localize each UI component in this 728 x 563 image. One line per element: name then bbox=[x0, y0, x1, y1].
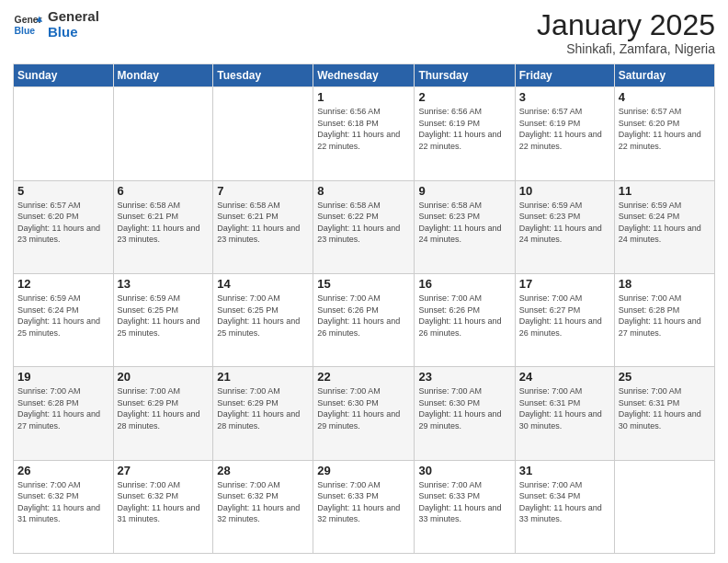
calendar-day-cell: 20Sunrise: 7:00 AM Sunset: 6:29 PM Dayli… bbox=[113, 367, 213, 460]
day-number: 19 bbox=[17, 370, 109, 384]
calendar-header-cell: Thursday bbox=[415, 64, 515, 87]
day-info: Sunrise: 7:00 AM Sunset: 6:26 PM Dayligh… bbox=[317, 293, 410, 339]
day-number: 6 bbox=[118, 184, 210, 198]
calendar-day-cell: 23Sunrise: 7:00 AM Sunset: 6:30 PM Dayli… bbox=[415, 367, 515, 460]
day-number: 3 bbox=[519, 90, 610, 104]
day-number: 22 bbox=[317, 370, 410, 384]
day-number: 1 bbox=[317, 90, 410, 104]
calendar-day-cell: 29Sunrise: 7:00 AM Sunset: 6:33 PM Dayli… bbox=[313, 460, 415, 553]
calendar-header-cell: Tuesday bbox=[213, 64, 313, 87]
day-info: Sunrise: 7:00 AM Sunset: 6:30 PM Dayligh… bbox=[418, 385, 510, 431]
calendar-day-cell: 12Sunrise: 6:59 AM Sunset: 6:24 PM Dayli… bbox=[14, 273, 114, 366]
calendar-day-cell: 13Sunrise: 6:59 AM Sunset: 6:25 PM Dayli… bbox=[113, 273, 213, 366]
calendar-header-cell: Friday bbox=[515, 64, 614, 87]
day-info: Sunrise: 6:58 AM Sunset: 6:21 PM Dayligh… bbox=[217, 200, 309, 246]
calendar-day-cell: 19Sunrise: 7:00 AM Sunset: 6:28 PM Dayli… bbox=[14, 367, 114, 460]
day-number: 18 bbox=[619, 277, 711, 291]
day-number: 12 bbox=[17, 277, 109, 291]
calendar-day-cell: 28Sunrise: 7:00 AM Sunset: 6:32 PM Dayli… bbox=[213, 460, 313, 553]
day-info: Sunrise: 6:58 AM Sunset: 6:21 PM Dayligh… bbox=[118, 200, 210, 246]
day-number: 14 bbox=[217, 277, 309, 291]
day-info: Sunrise: 7:00 AM Sunset: 6:25 PM Dayligh… bbox=[217, 293, 309, 339]
header: General Blue General Blue January 2025 S… bbox=[13, 9, 715, 56]
day-info: Sunrise: 7:00 AM Sunset: 6:28 PM Dayligh… bbox=[17, 385, 109, 431]
calendar-day-cell: 16Sunrise: 7:00 AM Sunset: 6:26 PM Dayli… bbox=[415, 273, 515, 366]
day-number: 27 bbox=[118, 464, 210, 477]
calendar-day-cell: 14Sunrise: 7:00 AM Sunset: 6:25 PM Dayli… bbox=[213, 273, 313, 366]
day-info: Sunrise: 6:57 AM Sunset: 6:20 PM Dayligh… bbox=[17, 200, 109, 246]
day-info: Sunrise: 7:00 AM Sunset: 6:30 PM Dayligh… bbox=[317, 385, 410, 431]
calendar-day-cell: 27Sunrise: 7:00 AM Sunset: 6:32 PM Dayli… bbox=[113, 460, 213, 553]
calendar-day-cell: 3Sunrise: 6:57 AM Sunset: 6:19 PM Daylig… bbox=[515, 87, 614, 180]
day-number: 16 bbox=[418, 277, 510, 291]
calendar-body: 1Sunrise: 6:56 AM Sunset: 6:18 PM Daylig… bbox=[14, 87, 715, 554]
day-number: 7 bbox=[217, 184, 309, 198]
calendar-header-cell: Wednesday bbox=[313, 64, 415, 87]
day-number: 11 bbox=[619, 184, 711, 198]
day-number: 24 bbox=[519, 370, 610, 384]
day-info: Sunrise: 6:57 AM Sunset: 6:20 PM Dayligh… bbox=[619, 106, 711, 152]
day-info: Sunrise: 7:00 AM Sunset: 6:29 PM Dayligh… bbox=[217, 385, 309, 431]
calendar-header-cell: Sunday bbox=[14, 64, 114, 87]
day-number: 25 bbox=[619, 370, 711, 384]
day-info: Sunrise: 6:59 AM Sunset: 6:23 PM Dayligh… bbox=[519, 200, 610, 246]
day-number: 23 bbox=[418, 370, 510, 384]
day-number: 10 bbox=[519, 184, 610, 198]
calendar-header-cell: Saturday bbox=[614, 64, 714, 87]
day-info: Sunrise: 6:58 AM Sunset: 6:22 PM Dayligh… bbox=[317, 200, 410, 246]
calendar-day-cell bbox=[113, 87, 213, 180]
calendar-day-cell: 25Sunrise: 7:00 AM Sunset: 6:31 PM Dayli… bbox=[614, 367, 714, 460]
day-info: Sunrise: 7:00 AM Sunset: 6:29 PM Dayligh… bbox=[118, 385, 210, 431]
calendar-day-cell: 7Sunrise: 6:58 AM Sunset: 6:21 PM Daylig… bbox=[213, 180, 313, 273]
day-info: Sunrise: 7:00 AM Sunset: 6:31 PM Dayligh… bbox=[619, 385, 711, 431]
day-info: Sunrise: 7:00 AM Sunset: 6:32 PM Dayligh… bbox=[217, 479, 309, 525]
calendar-day-cell: 4Sunrise: 6:57 AM Sunset: 6:20 PM Daylig… bbox=[614, 87, 714, 180]
day-info: Sunrise: 7:00 AM Sunset: 6:34 PM Dayligh… bbox=[519, 479, 610, 525]
day-info: Sunrise: 6:58 AM Sunset: 6:23 PM Dayligh… bbox=[418, 200, 510, 246]
page-title: January 2025 bbox=[537, 9, 715, 41]
day-info: Sunrise: 6:56 AM Sunset: 6:19 PM Dayligh… bbox=[418, 106, 510, 152]
day-info: Sunrise: 6:59 AM Sunset: 6:24 PM Dayligh… bbox=[17, 293, 109, 339]
calendar-table: SundayMondayTuesdayWednesdayThursdayFrid… bbox=[13, 63, 715, 554]
day-info: Sunrise: 7:00 AM Sunset: 6:28 PM Dayligh… bbox=[619, 293, 711, 339]
day-info: Sunrise: 6:59 AM Sunset: 6:25 PM Dayligh… bbox=[118, 293, 210, 339]
day-info: Sunrise: 7:00 AM Sunset: 6:32 PM Dayligh… bbox=[118, 479, 210, 525]
calendar-day-cell: 1Sunrise: 6:56 AM Sunset: 6:18 PM Daylig… bbox=[313, 87, 415, 180]
day-info: Sunrise: 7:00 AM Sunset: 6:31 PM Dayligh… bbox=[519, 385, 610, 431]
day-number: 31 bbox=[519, 464, 610, 477]
calendar-day-cell: 31Sunrise: 7:00 AM Sunset: 6:34 PM Dayli… bbox=[515, 460, 614, 553]
day-number: 29 bbox=[317, 464, 410, 477]
logo-blue: Blue bbox=[48, 25, 99, 40]
day-number: 5 bbox=[17, 184, 109, 198]
calendar-week-row: 5Sunrise: 6:57 AM Sunset: 6:20 PM Daylig… bbox=[14, 180, 715, 273]
day-number: 28 bbox=[217, 464, 309, 477]
calendar-day-cell: 15Sunrise: 7:00 AM Sunset: 6:26 PM Dayli… bbox=[313, 273, 415, 366]
day-number: 20 bbox=[118, 370, 210, 384]
day-info: Sunrise: 6:59 AM Sunset: 6:24 PM Dayligh… bbox=[619, 200, 711, 246]
calendar-day-cell: 18Sunrise: 7:00 AM Sunset: 6:28 PM Dayli… bbox=[614, 273, 714, 366]
day-number: 4 bbox=[619, 90, 711, 104]
day-info: Sunrise: 7:00 AM Sunset: 6:33 PM Dayligh… bbox=[317, 479, 410, 525]
day-info: Sunrise: 6:56 AM Sunset: 6:18 PM Dayligh… bbox=[317, 106, 410, 152]
day-number: 9 bbox=[418, 184, 510, 198]
calendar-week-row: 19Sunrise: 7:00 AM Sunset: 6:28 PM Dayli… bbox=[14, 367, 715, 460]
day-info: Sunrise: 6:57 AM Sunset: 6:19 PM Dayligh… bbox=[519, 106, 610, 152]
calendar-day-cell bbox=[614, 460, 714, 553]
day-number: 17 bbox=[519, 277, 610, 291]
day-info: Sunrise: 7:00 AM Sunset: 6:32 PM Dayligh… bbox=[17, 479, 109, 525]
page: General Blue General Blue January 2025 S… bbox=[0, 0, 728, 563]
page-subtitle: Shinkafi, Zamfara, Nigeria bbox=[537, 41, 715, 56]
svg-text:Blue: Blue bbox=[15, 25, 36, 35]
day-info: Sunrise: 7:00 AM Sunset: 6:27 PM Dayligh… bbox=[519, 293, 610, 339]
logo-icon: General Blue bbox=[13, 10, 42, 40]
calendar-day-cell: 11Sunrise: 6:59 AM Sunset: 6:24 PM Dayli… bbox=[614, 180, 714, 273]
day-number: 15 bbox=[317, 277, 410, 291]
calendar-day-cell: 2Sunrise: 6:56 AM Sunset: 6:19 PM Daylig… bbox=[415, 87, 515, 180]
day-info: Sunrise: 7:00 AM Sunset: 6:33 PM Dayligh… bbox=[418, 479, 510, 525]
calendar-header-cell: Monday bbox=[113, 64, 213, 87]
calendar-day-cell: 17Sunrise: 7:00 AM Sunset: 6:27 PM Dayli… bbox=[515, 273, 614, 366]
calendar-day-cell: 9Sunrise: 6:58 AM Sunset: 6:23 PM Daylig… bbox=[415, 180, 515, 273]
day-number: 30 bbox=[418, 464, 510, 477]
calendar-week-row: 1Sunrise: 6:56 AM Sunset: 6:18 PM Daylig… bbox=[14, 87, 715, 180]
calendar-day-cell: 10Sunrise: 6:59 AM Sunset: 6:23 PM Dayli… bbox=[515, 180, 614, 273]
